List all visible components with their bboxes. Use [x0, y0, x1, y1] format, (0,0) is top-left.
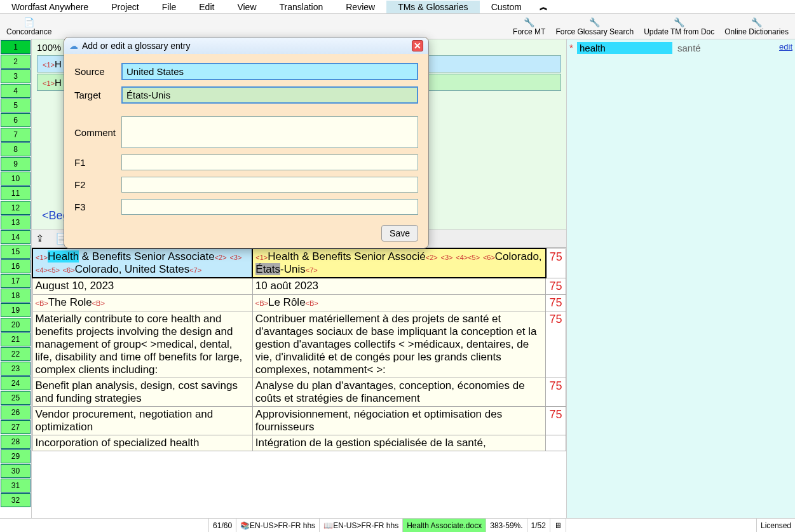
save-button[interactable]: Save	[381, 225, 418, 242]
segment-nav-9[interactable]: 9	[1, 157, 31, 171]
close-icon[interactable]: ✕	[412, 40, 423, 51]
segment-nav-22[interactable]: 22	[1, 347, 31, 361]
statusbar: 61/60 📚 EN-US>FR-FR hhs 📖 EN-US>FR-FR hh…	[0, 518, 795, 532]
segment-nav-10[interactable]: 10	[1, 172, 31, 186]
segment-nav-11[interactable]: 11	[1, 186, 31, 200]
match-score: 75	[546, 406, 566, 435]
segment-nav-28[interactable]: 28	[1, 435, 31, 449]
f2-input[interactable]	[121, 177, 418, 193]
dialog-title: Add or edit a glossary entry	[82, 41, 190, 51]
segment-nav-3[interactable]: 3	[1, 69, 31, 83]
menu-tms-glossaries[interactable]: TMs & Glossaries	[386, 1, 479, 13]
segment-nav-25[interactable]: 25	[1, 391, 31, 405]
menu-edit[interactable]: Edit	[187, 1, 226, 13]
segment-nav-13[interactable]: 13	[1, 215, 31, 229]
tb-online-dictionaries[interactable]: 🔧Online Dictionaries	[721, 17, 792, 37]
menu-file[interactable]: File	[151, 1, 188, 13]
table-row[interactable]: Incorporation of specialized healthIntég…	[32, 435, 566, 451]
status-glossary[interactable]: 📖 EN-US>FR-FR hhs	[319, 519, 402, 532]
table-row[interactable]: Materially contribute to core health and…	[32, 311, 566, 378]
cloud-icon: ☁	[69, 41, 78, 51]
f1-input[interactable]	[121, 154, 418, 170]
menu-view[interactable]: View	[226, 1, 268, 13]
segment-nav-23[interactable]: 23	[1, 362, 31, 376]
segment-nav-19[interactable]: 19	[1, 303, 31, 317]
segment-nav-29[interactable]: 29	[1, 449, 31, 463]
segment-nav-16[interactable]: 16	[1, 259, 31, 273]
table-row[interactable]: <B>The Role<B><B>Le Rôle<B>75	[32, 294, 566, 311]
f2-label: F2	[74, 179, 121, 190]
status-filename[interactable]: Health Associate.docx	[402, 519, 486, 532]
segment-nav-1[interactable]: 1	[1, 40, 31, 54]
glossary-entry[interactable]: * health santé edit	[569, 42, 792, 54]
segment-nav-26[interactable]: 26	[1, 406, 31, 419]
segment-rail: 1234567891011121314151617181920212223242…	[0, 39, 32, 518]
collapse-ribbon-icon[interactable]: ︽	[533, 0, 554, 14]
segment-nav-21[interactable]: 21	[1, 332, 31, 346]
segment-nav-2[interactable]: 2	[1, 55, 31, 69]
source-input[interactable]	[121, 63, 418, 80]
table-row[interactable]: Benefit plan analysis, design, cost savi…	[32, 378, 566, 406]
segment-nav-17[interactable]: 17	[1, 274, 31, 288]
segment-nav-20[interactable]: 20	[1, 318, 31, 332]
tb-concordance[interactable]: 📄Concordance	[3, 17, 55, 37]
f3-input[interactable]	[121, 199, 418, 215]
status-page: 1/52	[527, 519, 550, 532]
match-score: 75	[546, 311, 566, 378]
comment-label: Comment	[74, 127, 121, 138]
segment-nav-27[interactable]: 27	[1, 420, 31, 434]
tb-force-mt[interactable]: 🔧Force MT	[509, 17, 549, 37]
segment-nav-32[interactable]: 32	[1, 493, 31, 507]
expand-icon[interactable]: ⇪	[36, 233, 44, 245]
tb-update-tm-from-doc[interactable]: 🔧Update TM from Doc	[640, 17, 718, 37]
table-row[interactable]: Vendor procurement, negotiation and opti…	[32, 406, 566, 435]
tb-force-glossary-search[interactable]: 🔧Force Glossary Search	[552, 17, 637, 37]
glossary-dialog: ☁ Add or edit a glossary entry ✕ Source …	[64, 37, 429, 249]
status-tm[interactable]: 📚 EN-US>FR-FR hhs	[236, 519, 319, 532]
segment-nav-24[interactable]: 24	[1, 376, 31, 390]
menu-project[interactable]: Project	[100, 1, 151, 13]
status-display-icon[interactable]: 🖥	[550, 519, 566, 532]
translation-grid: <1>Health & Benefits Senior Associate<2>…	[32, 248, 566, 518]
match-score: 75	[546, 294, 566, 311]
menubar: Wordfast AnywhereProjectFileEditViewTran…	[0, 0, 795, 14]
glossary-target: santé	[672, 42, 779, 54]
menu-custom[interactable]: Custom	[480, 1, 533, 13]
menu-review[interactable]: Review	[334, 1, 386, 13]
menu-wordfast-anywhere[interactable]: Wordfast Anywhere	[0, 1, 100, 13]
match-score: 75	[546, 249, 566, 278]
segment-nav-6[interactable]: 6	[1, 113, 31, 127]
match-score	[546, 435, 566, 451]
table-row[interactable]: August 10, 202310 août 202375	[32, 278, 566, 294]
segment-nav-14[interactable]: 14	[1, 230, 31, 244]
glossary-panel: * health santé edit	[566, 39, 795, 518]
segment-nav-15[interactable]: 15	[1, 245, 31, 259]
table-row[interactable]: <1>Health & Benefits Senior Associate<2>…	[32, 249, 566, 278]
glossary-marker-icon: *	[569, 42, 577, 53]
match-score: 75	[546, 278, 566, 294]
segment-nav-18[interactable]: 18	[1, 289, 31, 303]
glossary-source: health	[577, 42, 672, 54]
segment-nav-12[interactable]: 12	[1, 201, 31, 215]
source-label: Source	[74, 66, 121, 77]
ribbon-toolbar: 📄Concordance🔧Force MT🔧Force Glossary Sea…	[0, 14, 795, 39]
f1-label: F1	[74, 157, 121, 168]
segment-nav-7[interactable]: 7	[1, 128, 31, 142]
target-label: Target	[74, 90, 121, 100]
segment-nav-31[interactable]: 31	[1, 479, 31, 493]
f3-label: F3	[74, 201, 121, 212]
comment-input[interactable]	[121, 116, 418, 148]
status-license: Licensed	[756, 519, 795, 532]
segment-nav-30[interactable]: 30	[1, 464, 31, 478]
target-input[interactable]	[121, 86, 418, 104]
status-percent: 383-59%.	[486, 519, 526, 532]
glossary-edit-link[interactable]: edit	[779, 42, 792, 51]
match-score: 75	[546, 378, 566, 406]
status-segpos: 61/60	[208, 519, 236, 532]
menu-translation[interactable]: Translation	[268, 1, 335, 13]
dialog-titlebar[interactable]: ☁ Add or edit a glossary entry ✕	[64, 38, 428, 54]
segment-nav-4[interactable]: 4	[1, 84, 31, 98]
segment-nav-5[interactable]: 5	[1, 99, 31, 113]
segment-nav-8[interactable]: 8	[1, 142, 31, 156]
